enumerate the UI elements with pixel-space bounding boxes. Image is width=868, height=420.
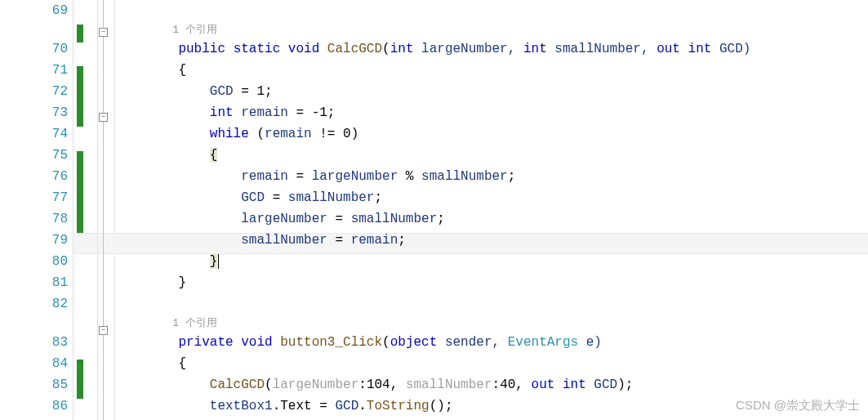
change-marker (77, 66, 83, 127)
code-line[interactable]: public static void CalcGCD(int largeNumb… (147, 38, 868, 60)
fold-toggle-icon[interactable]: − (99, 113, 108, 122)
fold-toggle-icon[interactable]: − (99, 28, 108, 37)
code-line[interactable]: private void button3_Click(object sender… (147, 332, 868, 353)
codelens-references[interactable]: 1 个引用 (147, 315, 868, 332)
code-line[interactable]: { (147, 60, 868, 81)
code-line[interactable]: CalcGCD(largeNumber:104, smallNumber:40,… (147, 374, 868, 395)
line-number: 78 (0, 208, 68, 230)
line-number: 80 (0, 251, 68, 272)
code-line[interactable]: GCD = 1; (147, 81, 868, 102)
code-area[interactable]: 1 个引用 public static void CalcGCD(int lar… (114, 0, 868, 420)
change-marker (77, 25, 83, 42)
line-number-gutter: 69 70 71 72 73 74 75 76 77 78 79 80 81 8… (0, 0, 73, 420)
line-number: 84 (0, 353, 68, 374)
fold-toggle-icon[interactable]: − (99, 326, 108, 335)
line-number: 77 (0, 187, 68, 208)
code-line[interactable]: GCD = smallNumber; (147, 187, 868, 208)
code-line[interactable] (147, 0, 868, 21)
line-number: 70 (0, 38, 68, 60)
code-line[interactable]: { (147, 145, 868, 166)
line-number: 81 (0, 272, 68, 293)
code-line[interactable]: int remain = -1; (147, 102, 868, 123)
code-line[interactable]: { (147, 353, 868, 374)
line-number: 87 (0, 417, 68, 420)
fold-column: − − − (98, 0, 114, 420)
code-line[interactable]: while (remain != 0) (147, 123, 868, 145)
code-line[interactable]: remain = largeNumber % smallNumber; (147, 166, 868, 187)
text-cursor (218, 254, 219, 269)
codelens-references[interactable]: 1 个引用 (147, 21, 868, 38)
code-line[interactable]: } (147, 417, 868, 420)
code-line[interactable]: largeNumber = smallNumber; (147, 208, 868, 230)
line-number: 83 (0, 332, 68, 353)
line-number: 79 (0, 230, 68, 251)
change-marker (77, 151, 83, 233)
line-number: 71 (0, 60, 68, 81)
line-number: 75 (0, 145, 68, 166)
code-editor[interactable]: 69 70 71 72 73 74 75 76 77 78 79 80 81 8… (0, 0, 868, 420)
change-margin (73, 0, 98, 420)
line-number: 74 (0, 123, 68, 145)
code-line[interactable]: smallNumber = remain; (147, 230, 868, 251)
change-marker (77, 360, 83, 399)
line-number: 69 (0, 0, 68, 21)
line-number: 73 (0, 102, 68, 123)
code-line[interactable]: } (147, 272, 868, 293)
line-number: 85 (0, 374, 68, 395)
code-line[interactable]: } (147, 251, 868, 272)
line-number: 82 (0, 293, 68, 315)
line-number: 76 (0, 166, 68, 187)
line-number: 72 (0, 81, 68, 102)
line-number: 86 (0, 395, 68, 417)
code-line[interactable]: textBox1.Text = GCD.ToString(); (147, 395, 868, 417)
code-line[interactable] (147, 293, 868, 315)
